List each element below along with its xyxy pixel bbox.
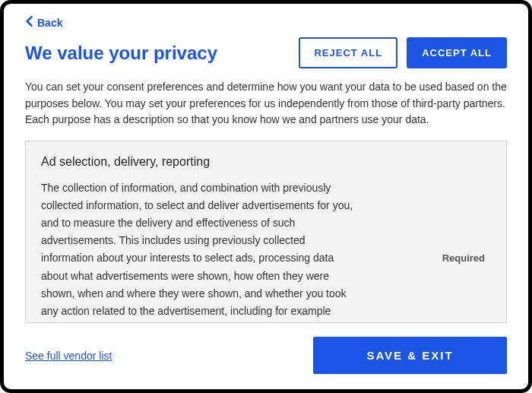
page-title: We value your privacy bbox=[25, 43, 217, 64]
accept-all-button[interactable]: ACCEPT ALL bbox=[407, 37, 507, 68]
reject-all-button[interactable]: REJECT ALL bbox=[299, 37, 397, 68]
purpose-title: Ad selection, delivery, reporting bbox=[41, 155, 491, 169]
back-button[interactable]: Back bbox=[25, 16, 62, 29]
vendor-list-link[interactable]: See full vendor list bbox=[25, 350, 112, 362]
required-badge: Required bbox=[442, 252, 491, 264]
back-label: Back bbox=[37, 17, 62, 29]
save-exit-button[interactable]: SAVE & EXIT bbox=[313, 337, 507, 374]
purpose-card: Ad selection, delivery, reporting The co… bbox=[25, 141, 507, 323]
footer: See full vendor list SAVE & EXIT bbox=[25, 337, 507, 374]
purpose-description: The collection of information, and combi… bbox=[41, 179, 360, 323]
chevron-left-icon bbox=[25, 16, 33, 29]
header-button-group: REJECT ALL ACCEPT ALL bbox=[299, 37, 507, 68]
intro-text: You can set your consent preferences and… bbox=[25, 79, 507, 128]
header: We value your privacy REJECT ALL ACCEPT … bbox=[25, 37, 507, 68]
